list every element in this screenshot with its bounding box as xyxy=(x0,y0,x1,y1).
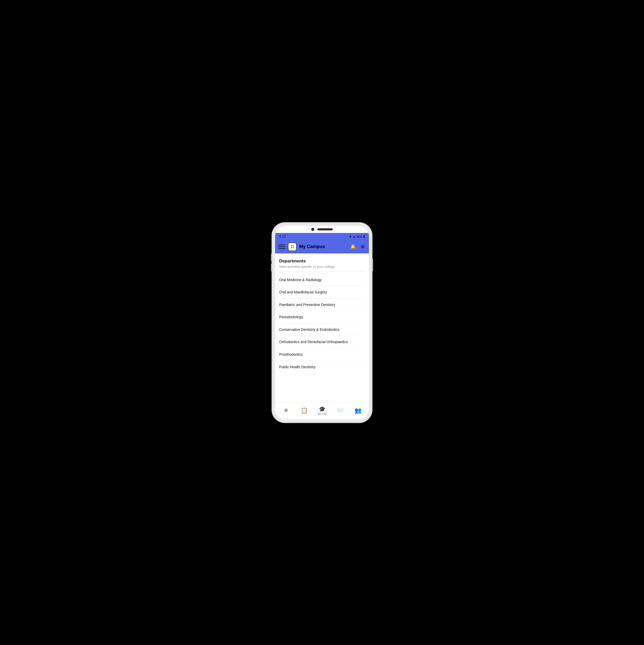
app-title: My Campus xyxy=(299,244,347,249)
dept-item[interactable]: Orthodontics and Dentofacial Orthopaedic… xyxy=(279,336,365,349)
dept-item[interactable]: Conservative Dentistry & Endodontics xyxy=(279,324,365,336)
filter-button[interactable]: ⚙ xyxy=(360,244,366,250)
notes-icon: 📋 xyxy=(301,408,308,413)
page-subtitle: View activities specific to your college xyxy=(279,265,365,268)
main-content: Departments View activities specific to … xyxy=(275,253,369,402)
dept-item-text: Public Health Dentistry xyxy=(279,365,316,369)
nav-item-inbox[interactable]: 📨 xyxy=(333,408,347,414)
volume-down-button xyxy=(271,264,272,271)
notification-button[interactable]: 🔔 xyxy=(350,244,356,250)
dept-item-text: Oral and Maxillofacial Surgery xyxy=(279,290,327,294)
dept-item[interactable]: Oral Medicine & Radiology xyxy=(279,274,365,286)
battery-percent: 80% xyxy=(357,235,362,238)
nav-item-notes[interactable]: 📋 xyxy=(297,408,311,414)
dept-item-text: Prosthodontics xyxy=(279,352,303,357)
dept-item[interactable]: Periodontology xyxy=(279,311,365,324)
departments-list: Oral Medicine & RadiologyOral and Maxill… xyxy=(279,274,365,373)
bottom-nav: ⚛ 📋 🎓 My UNI 📨 👥 xyxy=(275,402,369,420)
volume-up-button xyxy=(271,253,272,261)
page-title: Departments xyxy=(279,258,365,264)
phone-frame: 2:14 ▼ ▲ 80% ▮ D My Campus 🔔 ⚙ xyxy=(272,223,372,423)
myuni-icon: 🎓 xyxy=(319,406,326,412)
dept-item[interactable]: Public Health Dentistry xyxy=(279,361,365,373)
nav-item-atoms[interactable]: ⚛ xyxy=(279,408,293,414)
nav-item-community[interactable]: 👥 xyxy=(351,408,365,414)
dept-item-text: Periodontology xyxy=(279,315,303,319)
signal-icon: ▲ xyxy=(353,235,356,238)
status-bar: 2:14 ▼ ▲ 80% ▮ xyxy=(275,233,369,240)
phone-screen: 2:14 ▼ ▲ 80% ▮ D My Campus 🔔 ⚙ xyxy=(275,226,369,420)
power-button xyxy=(372,258,373,271)
status-time: 2:14 xyxy=(279,234,286,238)
app-logo: D xyxy=(288,242,297,251)
nav-item-myuni[interactable]: 🎓 My UNI xyxy=(315,406,329,415)
dept-item[interactable]: Oral and Maxillofacial Surgery xyxy=(279,286,365,299)
myuni-label: My UNI xyxy=(318,413,326,415)
menu-button[interactable] xyxy=(278,243,285,250)
phone-notch xyxy=(275,226,369,233)
inbox-icon: 📨 xyxy=(337,408,343,413)
battery-icon: ▮ xyxy=(363,235,365,238)
dept-item-text: Oral Medicine & Radiology xyxy=(279,278,322,282)
header-actions: 🔔 ⚙ xyxy=(350,244,366,250)
dept-item-text: Paediatric and Preventive Dentistry xyxy=(279,303,335,307)
wifi-icon: ▼ xyxy=(349,235,352,238)
camera xyxy=(311,228,314,231)
community-icon: 👥 xyxy=(354,408,361,413)
dept-item[interactable]: Paediatric and Preventive Dentistry xyxy=(279,299,365,311)
logo-letter: D xyxy=(291,244,294,249)
status-icons: ▼ ▲ 80% ▮ xyxy=(349,235,365,238)
dept-item-text: Conservative Dentistry & Endodontics xyxy=(279,328,339,332)
atoms-icon: ⚛ xyxy=(284,408,289,413)
app-header: D My Campus 🔔 ⚙ xyxy=(275,240,369,253)
dept-item-text: Orthodontics and Dentofacial Orthopaedic… xyxy=(279,340,348,344)
speaker xyxy=(317,228,333,230)
dept-item[interactable]: Prosthodontics xyxy=(279,349,365,361)
